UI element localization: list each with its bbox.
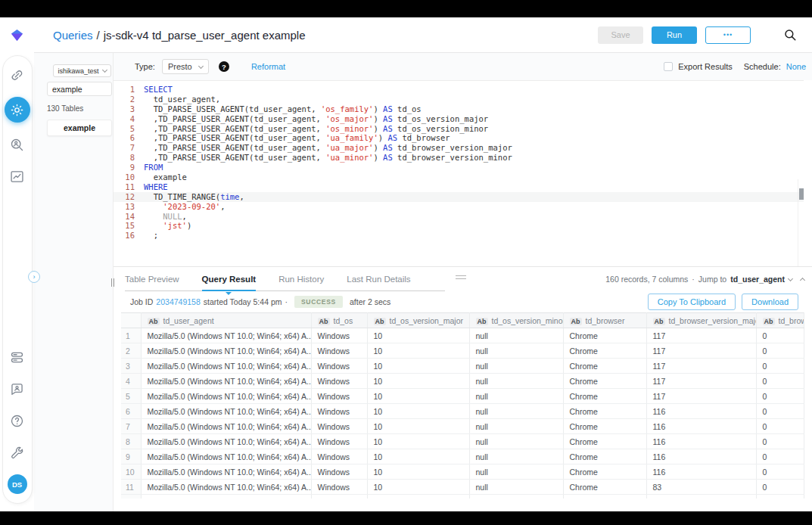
row-number: 7	[121, 419, 141, 434]
table-cell: Windows	[311, 495, 367, 499]
run-button[interactable]: Run	[652, 26, 697, 44]
panel-resize-handle-center[interactable]	[456, 275, 466, 281]
table-search-input[interactable]	[47, 82, 112, 96]
table-row[interactable]: 5Mozilla/5.0 (Windows NT 10.0; Win64; x6…	[121, 389, 804, 404]
code-line: 5 ,TD_PARSE_USER_AGENT(td_user_agent, 'o…	[114, 124, 804, 134]
table-row[interactable]: 3Mozilla/5.0 (Windows NT 10.0; Win64; x6…	[121, 359, 804, 374]
help-badge-icon[interactable]: ?	[219, 61, 229, 72]
row-number: 2	[121, 343, 141, 359]
table-cell: Windows	[311, 343, 367, 359]
help-icon[interactable]	[8, 411, 27, 430]
global-search-button[interactable]	[783, 28, 797, 42]
schedule-value-link[interactable]: None	[786, 62, 806, 71]
collapse-results-icon[interactable]	[800, 277, 805, 282]
database-panel: ishikawa_test 130 Tables example	[34, 53, 114, 511]
queries-gear-icon[interactable]	[5, 97, 30, 123]
meta-dot: ·	[692, 275, 695, 284]
column-header-td_os[interactable]: Abtd_os	[311, 313, 367, 328]
editor-scrollbar-thumb[interactable]	[799, 188, 804, 200]
editor-scrollbar[interactable]	[798, 179, 804, 266]
tab-query-result[interactable]: Query Result	[202, 275, 257, 291]
table-cell: 0	[756, 480, 804, 495]
sql-editor[interactable]: 1SELECT2 td_user_agent,3 TD_PARSE_USER_A…	[114, 80, 804, 266]
column-header-td_user_agent[interactable]: Abtd_user_agent	[141, 313, 311, 328]
panel-resize-handle-left[interactable]	[111, 278, 114, 287]
column-header-td_browser_version_minor[interactable]: Abtd_browser_version_minor	[756, 313, 804, 328]
job-id-link[interactable]: 2034749158	[156, 297, 200, 306]
segments-icon[interactable]	[8, 347, 27, 367]
column-type-badge: Ab	[318, 318, 330, 325]
breadcrumb-queries-link[interactable]: Queries	[53, 29, 93, 42]
table-cell: Mozilla/5.0 (Windows NT 10.0; Win64; x64…	[141, 328, 311, 343]
table-row[interactable]: 2Mozilla/5.0 (Windows NT 10.0; Win64; x6…	[121, 343, 804, 359]
grid-body: 1Mozilla/5.0 (Windows NT 10.0; Win64; x6…	[121, 328, 804, 499]
breadcrumb: Queries/js-sdk-v4 td_parse_user_agent ex…	[53, 29, 306, 42]
table-cell: 10	[367, 495, 469, 499]
table-cell: Chrome	[563, 389, 646, 404]
query-type-select[interactable]: Presto	[162, 59, 209, 74]
code-line: 13 '2023-09-20',	[114, 202, 804, 212]
table-row[interactable]: 6Mozilla/5.0 (Windows NT 10.0; Win64; x6…	[121, 404, 804, 419]
tab-run-history[interactable]: Run History	[278, 275, 324, 290]
code-line: 16 ;	[114, 231, 804, 241]
export-results-checkbox[interactable]	[664, 62, 673, 71]
results-grid-viewport[interactable]: Abtd_user_agentAbtd_osAbtd_os_version_ma…	[121, 312, 804, 499]
job-started-text: started Today 5:44 pm	[204, 297, 282, 306]
td-diamond-icon	[10, 28, 24, 42]
table-row[interactable]: 9Mozilla/5.0 (Windows NT 10.0; Win64; x6…	[121, 449, 804, 464]
table-cell: 10	[367, 419, 469, 434]
column-header-td_browser_version_major[interactable]: Abtd_browser_version_major	[646, 313, 756, 328]
table-cell: 116	[646, 449, 756, 464]
more-options-button[interactable]: •••	[705, 26, 751, 44]
line-number: 5	[114, 124, 144, 134]
table-cell	[756, 495, 804, 499]
table-cell: 0	[756, 419, 804, 434]
table-cell: Mozilla/5.0 (Windows NT 10.0; Win64; x64…	[141, 389, 311, 404]
copy-to-clipboard-button[interactable]: Copy To Clipboard	[648, 294, 736, 310]
td-logo[interactable]	[10, 17, 24, 53]
chart-icon[interactable]	[8, 166, 27, 186]
contact-card-icon[interactable]	[8, 379, 27, 399]
tab-last-run-details[interactable]: Last Run Details	[347, 275, 410, 290]
bottom-black-bar	[0, 511, 812, 525]
column-header-td_os_version_minor[interactable]: Abtd_os_version_minor	[469, 313, 563, 328]
wrench-icon[interactable]	[8, 443, 27, 462]
table-row[interactable]: 12Mozilla/5.0 (Windows NT 10.0; Win64; x…	[121, 495, 804, 499]
table-row[interactable]: 11Mozilla/5.0 (Windows NT 10.0; Win64; x…	[121, 480, 804, 495]
table-cell: Windows	[311, 328, 367, 343]
table-cell: 116	[646, 434, 756, 449]
audience-search-icon[interactable]	[8, 135, 27, 154]
row-number: 3	[121, 359, 141, 374]
tab-table-preview[interactable]: Table Preview	[125, 275, 179, 290]
user-avatar[interactable]: DS	[8, 474, 27, 494]
table-cell: null	[469, 374, 563, 389]
save-button[interactable]: Save	[598, 26, 643, 44]
column-header-td_os_version_major[interactable]: Abtd_os_version_major	[367, 313, 469, 328]
download-button[interactable]: Download	[742, 294, 798, 310]
chevron-down-icon	[198, 63, 204, 68]
table-cell: Windows	[311, 480, 367, 495]
table-row[interactable]: 7Mozilla/5.0 (Windows NT 10.0; Win64; x6…	[121, 419, 804, 434]
table-cell: 116	[646, 419, 756, 434]
table-list-item-example[interactable]: example	[47, 120, 112, 136]
line-number: 12	[114, 192, 144, 202]
chevron-down-icon[interactable]	[788, 275, 793, 281]
jump-to-column-select[interactable]: td_user_agent	[730, 275, 785, 284]
reformat-link[interactable]: Reformat	[251, 62, 285, 71]
line-number: 11	[114, 182, 144, 192]
active-tab-pointer	[226, 292, 232, 295]
table-cell: null	[469, 389, 563, 404]
panel-collapse-toggle[interactable]: ›	[28, 271, 40, 283]
table-cell: null	[469, 343, 563, 359]
table-row[interactable]: 10Mozilla/5.0 (Windows NT 10.0; Win64; x…	[121, 464, 804, 480]
table-cell: Mozilla/5.0 (Windows NT 10.0; Win64; x64…	[141, 449, 311, 464]
link-icon[interactable]	[8, 65, 27, 85]
code-line: 7 ,TD_PARSE_USER_AGENT(td_user_agent, 'u…	[114, 143, 804, 153]
table-cell: 10	[367, 374, 469, 389]
table-row[interactable]: 1Mozilla/5.0 (Windows NT 10.0; Win64; x6…	[121, 328, 804, 343]
search-icon	[783, 28, 797, 42]
column-header-td_browser[interactable]: Abtd_browser	[563, 313, 646, 328]
table-row[interactable]: 8Mozilla/5.0 (Windows NT 10.0; Win64; x6…	[121, 434, 804, 449]
database-select[interactable]: ishikawa_test	[53, 64, 111, 77]
table-row[interactable]: 4Mozilla/5.0 (Windows NT 10.0; Win64; x6…	[121, 374, 804, 389]
